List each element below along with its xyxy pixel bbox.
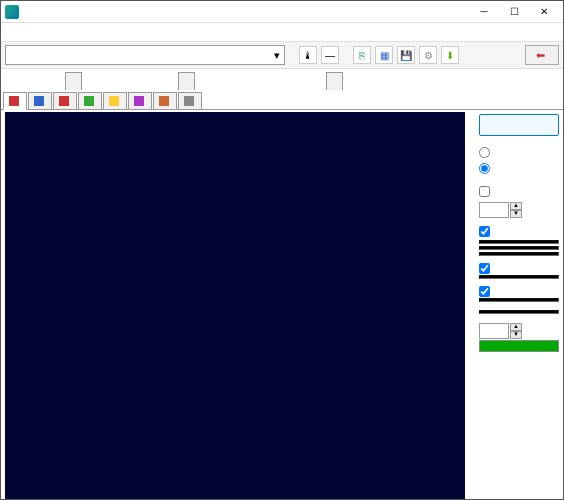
temp-icon[interactable]: 🌡	[299, 46, 317, 64]
monitor-icon	[184, 96, 194, 106]
passes-down-icon[interactable]: ▼	[510, 331, 522, 339]
passes-value[interactable]	[479, 323, 509, 339]
tab-health[interactable]	[53, 92, 77, 109]
bench-icon	[9, 96, 19, 106]
access-check[interactable]	[479, 263, 490, 274]
close-button[interactable]: ✕	[529, 2, 559, 22]
drive-select[interactable]: ▾	[5, 45, 285, 65]
y-axis	[5, 112, 27, 500]
progress-bar	[479, 340, 559, 352]
scan-icon	[84, 96, 94, 106]
cpu-value	[479, 310, 559, 314]
spin-down-icon[interactable]: ▼	[510, 210, 522, 218]
short-value[interactable]	[479, 202, 509, 218]
info-icon	[34, 96, 44, 106]
filebench-icon	[159, 96, 169, 106]
write-radio[interactable]	[479, 163, 490, 174]
tab-extra[interactable]	[326, 72, 343, 90]
benchmark-chart	[5, 112, 465, 500]
minimize-button[interactable]: ─	[469, 2, 499, 22]
tab-anm[interactable]	[65, 72, 82, 90]
tab-info[interactable]	[28, 92, 52, 109]
refresh-icon[interactable]: ⬇	[441, 46, 459, 64]
copy-icon[interactable]: ⎘	[353, 46, 371, 64]
burst-check[interactable]	[479, 286, 490, 297]
transfer-check[interactable]	[479, 226, 490, 237]
read-radio[interactable]	[479, 147, 490, 158]
avg-value	[479, 252, 559, 256]
burst-value	[479, 298, 559, 302]
exit-icon: ⬅	[536, 49, 545, 62]
health-icon	[59, 96, 69, 106]
screenshot-icon[interactable]: ▦	[375, 46, 393, 64]
folder-icon	[109, 96, 119, 106]
start-button[interactable]	[479, 114, 559, 136]
chevron-down-icon: ▾	[274, 49, 280, 62]
access-value	[479, 275, 559, 279]
spin-up-icon[interactable]: ▲	[510, 202, 522, 210]
dash-icon[interactable]: —	[321, 46, 339, 64]
tab-random[interactable]	[178, 72, 195, 90]
tab-filebench[interactable]	[153, 92, 177, 109]
short-stroke-check[interactable]	[479, 186, 490, 197]
tab-erase[interactable]	[128, 92, 152, 109]
save-icon[interactable]: 💾	[397, 46, 415, 64]
tab-benchmark[interactable]	[3, 92, 27, 110]
maximize-button[interactable]: ☐	[499, 2, 529, 22]
options-icon[interactable]: ⚙	[419, 46, 437, 64]
exit-button[interactable]: ⬅	[525, 45, 559, 65]
passes-up-icon[interactable]: ▲	[510, 323, 522, 331]
erase-icon	[134, 96, 144, 106]
tab-monitor[interactable]	[178, 92, 202, 109]
tab-folder[interactable]	[103, 92, 127, 109]
app-icon	[5, 5, 19, 19]
tab-errorscan[interactable]	[78, 92, 102, 109]
